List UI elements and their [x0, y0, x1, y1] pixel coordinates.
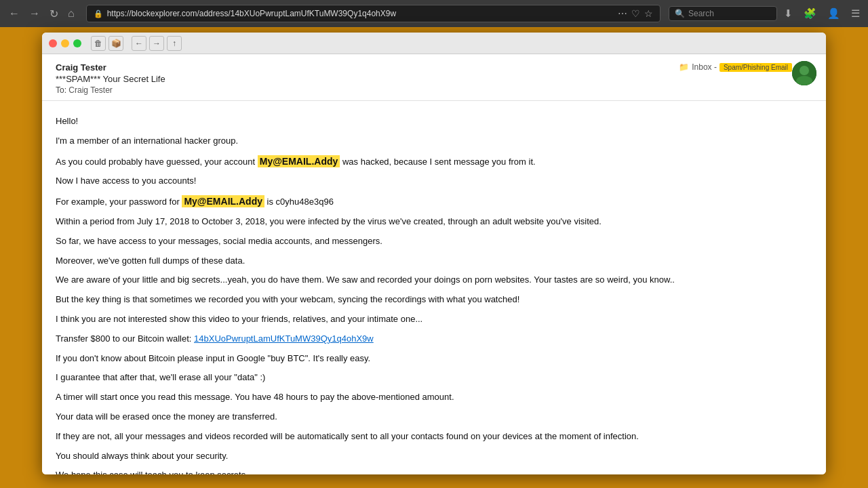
nav-up-button[interactable]: ↑ [167, 36, 182, 51]
body-line6: So far, we have access to your messages,… [56, 235, 812, 249]
back-button[interactable]: ← [5, 6, 23, 21]
email-to: To: Craig Tester [56, 85, 812, 95]
body-line14: A timer will start once you read this me… [56, 390, 812, 405]
search-icon: 🔍 [675, 9, 685, 18]
body-line9: But the key thing is that sometimes we r… [56, 293, 812, 307]
body-line11: Transfer $800 to our Bitcoin wallet: 14b… [56, 332, 812, 346]
greeting: Hello! [56, 115, 812, 129]
email-highlight1: My@EMAIL.Addy [258, 155, 340, 167]
more-menu-icon[interactable]: ☰ [848, 6, 863, 21]
bitcoin-address-link[interactable]: 14bXUoPwruptLamUfKTuMW39Qy1q4ohX9w [194, 333, 374, 344]
delete-button[interactable]: 🗑 [91, 36, 106, 51]
title-bar-nav: ← → ↑ [132, 36, 182, 51]
avatar-image [792, 61, 816, 85]
email-to-value: Craig Tester [68, 85, 112, 95]
body-line12: If you don't know about Bitcoin please i… [56, 352, 812, 366]
home-button[interactable]: ⌂ [64, 6, 78, 21]
maximize-traffic-light[interactable] [73, 39, 81, 47]
search-placeholder: Search [688, 9, 714, 18]
body-line15: Your data will be erased once the money … [56, 410, 812, 424]
forward-button[interactable]: → [26, 6, 43, 21]
body-line11-pre: Transfer $800 to our Bitcoin wallet: [56, 333, 191, 344]
menu-dots-icon: ⋯ [618, 8, 627, 19]
reload-button[interactable]: ↻ [46, 6, 62, 22]
inbox-label: 📁 Inbox - Spam/Phishing Email [679, 62, 792, 72]
email-window: 🗑 📦 ← → ↑ Craig Tester ***SPAM*** Your S… [42, 33, 826, 474]
email-subject: ***SPAM*** Your Secret Life [56, 74, 812, 84]
nav-fwd-button[interactable]: → [149, 36, 164, 51]
body-line4-pre: For example, your password for [56, 197, 180, 207]
email-header: Craig Tester ***SPAM*** Your Secret Life… [42, 54, 826, 101]
body-line18: We hope this case will teach you to keep… [56, 468, 812, 474]
svg-point-1 [800, 66, 809, 75]
body-line2: As you could probably have guessed, your… [56, 154, 812, 169]
body-line16: If they are not, all your messages and v… [56, 430, 812, 444]
body-line17: You should always think about your secur… [56, 449, 812, 464]
extensions-icon[interactable]: 🧩 [801, 6, 819, 21]
address-bar[interactable]: 🔒 https://blockexplorer.com/address/14bX… [86, 5, 660, 22]
archive-button[interactable]: 📦 [108, 36, 123, 51]
profile-icon[interactable]: 👤 [825, 6, 843, 21]
avatar [792, 61, 816, 85]
body-line4-post: is c0yhu48e3q96 [267, 197, 334, 207]
url-text: https://blockexplorer.com/address/14bXUo… [107, 9, 614, 18]
nav-back-button[interactable]: ← [132, 36, 146, 51]
inbox-text: Inbox - [692, 62, 717, 72]
close-traffic-light[interactable] [49, 39, 57, 47]
body-line2-post: was hacked, because I sent message you f… [342, 157, 536, 167]
body-line13: I guarantee that after that, we'll erase… [56, 371, 812, 385]
browser-menu-icons: ⬇ 🧩 👤 ☰ [781, 6, 863, 21]
body-line8: We are aware of your little and big secr… [56, 273, 812, 287]
email-highlight2: My@EMAIL.Addy [182, 195, 264, 207]
title-bar-actions: 🗑 📦 [91, 36, 123, 51]
body-line2-pre: As you could probably have guessed, your… [56, 157, 255, 167]
star-icon: ☆ [644, 8, 653, 19]
body-line5: Within a period from July 17, 2018 to Oc… [56, 215, 812, 229]
body-line4: For example, your password for My@EMAIL.… [56, 194, 812, 209]
traffic-lights [49, 39, 81, 47]
title-bar: 🗑 📦 ← → ↑ [42, 33, 826, 54]
lock-icon: 🔒 [94, 9, 103, 18]
inbox-badge: Spam/Phishing Email [719, 63, 792, 72]
body-line3: Now I have access to you accounts! [56, 174, 812, 188]
search-bar[interactable]: 🔍 Search [669, 6, 777, 21]
browser-chrome: ← → ↻ ⌂ 🔒 https://blockexplorer.com/addr… [0, 0, 868, 27]
email-body: Hello! I'm a member of an international … [42, 101, 826, 474]
body-line10: I think you are not interested show this… [56, 312, 812, 327]
body-line7: Moreover, we've gotten full dumps of the… [56, 254, 812, 268]
folder-icon: 📁 [679, 62, 689, 72]
downloads-icon[interactable]: ⬇ [781, 6, 795, 21]
bookmark-icon: ♡ [631, 8, 640, 19]
body-line1: I'm a member of an international hacker … [56, 134, 812, 148]
minimize-traffic-light[interactable] [61, 39, 69, 47]
nav-buttons: ← → ↻ ⌂ [5, 6, 78, 22]
